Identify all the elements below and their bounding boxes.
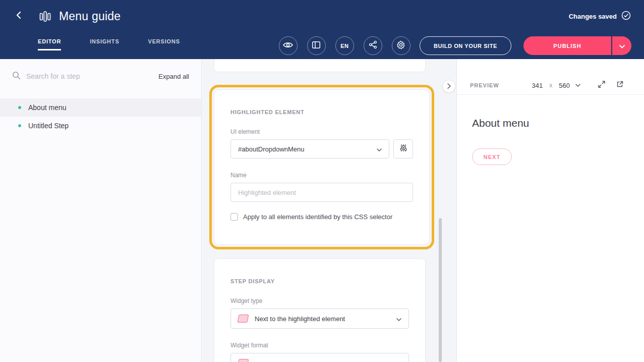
highlighted-element-card: HIGHLIGHTED ELEMENT UI element #aboutDro… xyxy=(214,89,430,245)
preview-label: PREVIEW xyxy=(470,82,499,88)
widget-type-select[interactable]: Next to the highlighted element xyxy=(230,308,409,329)
expand-arrows-icon xyxy=(598,80,606,90)
steps-sidebar: Expand all About menu Untitled Step xyxy=(0,59,202,362)
language-button[interactable]: EN xyxy=(335,36,354,55)
section-title: HIGHLIGHTED ELEMENT xyxy=(230,109,413,115)
share-button[interactable] xyxy=(364,36,382,55)
header-nav-row: EDITOR INSIGHTS VERSIONS EN xyxy=(0,32,644,59)
chevron-down-icon xyxy=(396,315,401,323)
editor-scrollbar-thumb[interactable] xyxy=(439,218,442,362)
changes-saved-status: Changes saved xyxy=(569,11,631,22)
chevron-down-icon xyxy=(575,84,580,87)
previous-settings-card xyxy=(214,59,426,72)
open-preview-button[interactable] xyxy=(616,80,624,90)
ui-element-row: #aboutDropdownMenu xyxy=(230,139,413,159)
check-circle-icon xyxy=(621,11,631,22)
highlighted-element-section-ring: HIGHLIGHTED ELEMENT UI element #aboutDro… xyxy=(209,85,434,249)
header-top-row: Menu guide Changes saved xyxy=(0,0,644,32)
layout-button[interactable] xyxy=(307,36,326,55)
step-status-dot xyxy=(18,106,21,109)
tab-insights[interactable]: INSIGHTS xyxy=(90,38,119,50)
name-label: Name xyxy=(230,172,413,179)
external-link-icon xyxy=(616,80,624,90)
steps-logo-icon xyxy=(38,10,52,23)
apply-to-all-row: Apply to all elements identified by this… xyxy=(230,213,413,221)
apply-to-all-label: Apply to all elements identified by this… xyxy=(243,213,392,221)
step-label: Untitled Step xyxy=(28,122,69,130)
preview-eye-button[interactable] xyxy=(279,36,298,55)
tooltip-widget-icon xyxy=(238,315,249,323)
publish-split-button: PUBLISH xyxy=(523,36,631,55)
ui-element-label: UI element xyxy=(230,128,413,135)
step-item-about-menu[interactable]: About menu xyxy=(0,98,201,117)
step-list: About menu Untitled Step xyxy=(0,98,201,135)
step-label: About menu xyxy=(28,104,67,112)
preview-panel: PREVIEW 341 x 560 About menu NEXT xyxy=(456,59,644,362)
columns-icon xyxy=(312,40,321,51)
editor-tabs: EDITOR INSIGHTS VERSIONS xyxy=(38,32,180,59)
chevron-down-icon xyxy=(377,145,382,153)
settings-button[interactable] xyxy=(392,36,411,55)
preview-header: PREVIEW 341 x 560 xyxy=(457,76,644,95)
preview-height-value: 560 xyxy=(559,82,570,89)
page-title: Menu guide xyxy=(59,10,121,23)
publish-dropdown-button[interactable] xyxy=(612,36,631,55)
expand-all-link[interactable]: Expand all xyxy=(158,73,189,80)
step-editor-scroll-area: HIGHLIGHTED ELEMENT UI element #aboutDro… xyxy=(202,59,456,362)
app-header: Menu guide Changes saved EDITOR INSIGHTS… xyxy=(0,0,644,59)
preview-body: About menu NEXT xyxy=(457,95,644,165)
collapse-preview-button[interactable] xyxy=(442,80,455,93)
gear-icon xyxy=(396,40,405,51)
preview-step-title: About menu xyxy=(472,117,629,129)
tooltip-widget-icon xyxy=(238,359,249,362)
step-search-row: Expand all xyxy=(0,59,201,93)
magnifier-icon xyxy=(12,71,21,82)
sliders-icon xyxy=(399,144,407,154)
step-display-card: STEP DISPLAY Widget type Next to the hig… xyxy=(214,258,426,362)
dimension-separator: x xyxy=(549,82,552,89)
header-icon-buttons: EN xyxy=(279,36,411,55)
ui-element-select[interactable]: #aboutDropdownMenu xyxy=(230,139,389,159)
preview-next-button[interactable]: NEXT xyxy=(472,148,512,165)
build-on-your-site-button[interactable]: BUILD ON YOUR SITE xyxy=(420,36,511,55)
chevron-left-icon xyxy=(15,11,24,22)
widget-format-label: Widget format xyxy=(230,342,409,349)
preview-width-value: 341 xyxy=(532,82,543,89)
highlighted-element-name-input[interactable] xyxy=(230,183,413,202)
share-nodes-icon xyxy=(369,40,377,51)
widget-format-select[interactable] xyxy=(230,353,409,362)
preview-actions xyxy=(598,80,624,90)
tab-editor[interactable]: EDITOR xyxy=(38,38,61,50)
changes-saved-label: Changes saved xyxy=(569,13,617,20)
back-button[interactable] xyxy=(12,9,26,23)
publish-button[interactable]: PUBLISH xyxy=(523,36,611,55)
step-status-dot xyxy=(18,124,21,127)
chevron-right-icon xyxy=(447,82,451,91)
preview-dimensions-select[interactable]: 341 x 560 xyxy=(532,82,580,89)
chevron-down-icon xyxy=(619,41,625,50)
ui-element-value: #aboutDropdownMenu xyxy=(238,145,305,153)
fullscreen-preview-button[interactable] xyxy=(598,80,606,90)
widget-type-label: Widget type xyxy=(230,297,409,304)
eye-icon xyxy=(283,41,293,50)
selector-options-button[interactable] xyxy=(393,139,413,159)
tab-versions[interactable]: VERSIONS xyxy=(148,38,180,50)
step-item-untitled-step[interactable]: Untitled Step xyxy=(0,117,201,135)
apply-to-all-checkbox[interactable] xyxy=(230,213,238,221)
step-search-input[interactable] xyxy=(26,72,153,80)
section-title: STEP DISPLAY xyxy=(230,278,409,284)
widget-type-value: Next to the highlighted element xyxy=(255,315,345,323)
